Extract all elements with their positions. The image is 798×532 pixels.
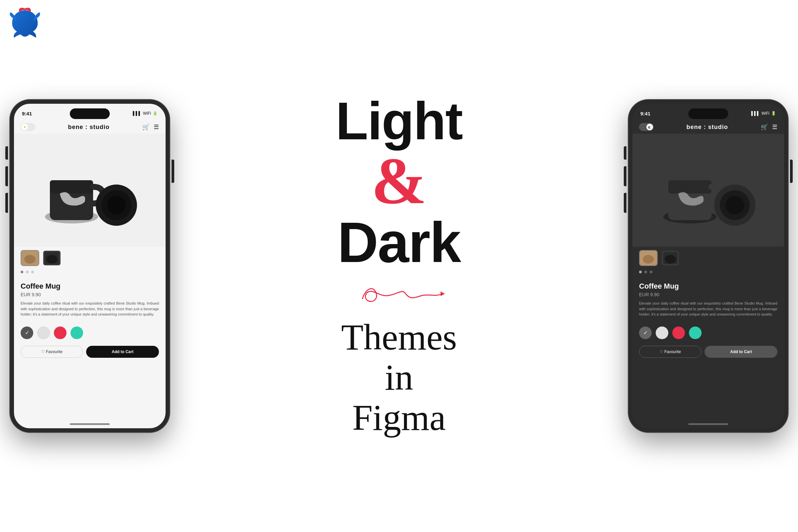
thumb-2-light[interactable] — [42, 250, 61, 266]
dark-title: Dark — [316, 214, 482, 271]
favourite-button-light[interactable]: ♡ Favourite — [21, 346, 83, 358]
status-icons-light: ▌▌▌ WiFi 🔋 — [133, 111, 158, 116]
svg-point-10 — [46, 255, 57, 264]
phone-light: 9:41 ▌▌▌ WiFi 🔋 bene : studio 🛒 ☰ — [10, 100, 170, 432]
dynamic-island-dark — [688, 108, 728, 119]
swatch-white-light[interactable] — [37, 326, 50, 339]
theme-toggle-dark[interactable] — [639, 123, 654, 131]
brand-name-light: bene : studio — [68, 124, 110, 131]
pagination-light — [14, 269, 166, 277]
light-title: Light — [316, 94, 482, 148]
swatch-red-light[interactable] — [54, 326, 66, 339]
thumbnails-light — [14, 247, 166, 269]
toggle-knob-light — [21, 124, 28, 130]
check-icon-light: ✓ — [25, 329, 29, 336]
product-image-dark — [632, 134, 784, 247]
dot-2-dark — [644, 271, 647, 273]
volume-up-btn — [5, 146, 8, 159]
svg-point-8 — [24, 255, 35, 264]
swatch-dark-dark[interactable]: ✓ — [639, 326, 652, 339]
thumb-1-light[interactable] — [21, 250, 39, 266]
svg-point-20 — [665, 255, 676, 264]
mug-visual-light — [21, 137, 159, 243]
battery-icon-light: 🔋 — [153, 111, 158, 116]
product-image-light — [14, 134, 166, 247]
battery-icon-dark: 🔋 — [771, 111, 776, 116]
color-swatches-dark: ✓ — [632, 323, 784, 343]
status-time-dark: 9:41 — [640, 111, 650, 116]
ampersand: & — [316, 148, 482, 214]
svg-rect-13 — [668, 180, 711, 193]
swirl-decoration — [316, 277, 482, 310]
silent-btn — [5, 193, 8, 213]
svg-marker-0 — [440, 291, 445, 296]
menu-icon-dark[interactable]: ☰ — [772, 124, 777, 131]
dot-2-light — [26, 271, 28, 273]
themes-title: ThemesinFigma — [316, 317, 482, 438]
action-buttons-dark: ♡ Favourite Add to Cart — [632, 343, 784, 363]
swatch-teal-light[interactable] — [71, 326, 83, 339]
toggle-knob-dark — [646, 124, 653, 130]
volume-down-btn-dark — [624, 166, 626, 186]
status-time-light: 9:41 — [22, 111, 32, 116]
nav-icons-light: 🛒 ☰ — [142, 124, 159, 131]
action-buttons-light: ♡ Favourite Add to Cart — [14, 343, 166, 363]
product-price-dark: EUR 9.90 — [639, 292, 777, 297]
phone-frame-light: 9:41 ▌▌▌ WiFi 🔋 bene : studio 🛒 ☰ — [10, 100, 170, 432]
dot-1-light — [21, 271, 23, 273]
swatch-dark-light[interactable]: ✓ — [21, 326, 33, 339]
svg-point-16 — [725, 196, 744, 214]
mug-visual-dark — [639, 137, 777, 243]
dynamic-island-light — [70, 108, 110, 119]
thumb-2-dark[interactable] — [661, 250, 680, 266]
home-indicator-dark — [688, 423, 728, 425]
brand-name-dark: bene : studio — [687, 124, 728, 131]
add-to-cart-button-dark[interactable]: Add to Cart — [705, 346, 777, 358]
brand-logo — [7, 7, 43, 43]
svg-rect-3 — [50, 180, 93, 193]
color-swatches-light: ✓ — [14, 323, 166, 343]
thumb-1-dark[interactable] — [639, 250, 658, 266]
swatch-white-dark[interactable] — [656, 326, 668, 339]
pagination-dark — [632, 269, 784, 277]
signal-icon-light: ▌▌▌ — [133, 111, 141, 116]
product-info-dark: Coffee Mug EUR 9.90 Elevate your daily c… — [632, 277, 784, 323]
dot-3-light — [31, 271, 34, 273]
favourite-button-dark[interactable]: ♡ Favourite — [639, 346, 701, 358]
phone-dark: 9:41 ▌▌▌ WiFi 🔋 bene : studio 🛒 ☰ — [628, 100, 788, 432]
product-price-light: EUR 9.90 — [21, 292, 159, 297]
center-headline: Light & Dark ThemesinFigma — [316, 94, 482, 438]
swatch-red-dark[interactable] — [672, 326, 685, 339]
power-btn — [172, 159, 174, 183]
dot-1-dark — [639, 271, 642, 273]
product-info-light: Coffee Mug EUR 9.90 Elevate your daily c… — [14, 277, 166, 323]
check-icon-dark: ✓ — [643, 329, 648, 336]
nav-bar-dark: bene : studio 🛒 ☰ — [632, 120, 784, 134]
add-to-cart-button-light[interactable]: Add to Cart — [86, 346, 159, 358]
signal-icon-dark: ▌▌▌ — [751, 111, 760, 116]
silent-btn-dark — [624, 193, 626, 213]
product-desc-light: Elevate your daily coffee ritual with ou… — [21, 301, 159, 317]
theme-toggle-light[interactable] — [21, 123, 35, 131]
thumbnails-dark — [632, 247, 784, 269]
wifi-icon-dark: WiFi — [761, 111, 770, 116]
product-desc-dark: Elevate your daily coffee ritual with ou… — [639, 301, 777, 317]
cart-icon-light[interactable]: 🛒 — [142, 124, 150, 131]
power-btn-dark — [790, 159, 793, 183]
volume-down-btn — [5, 166, 8, 186]
dot-3-dark — [650, 271, 652, 273]
status-icons-dark: ▌▌▌ WiFi 🔋 — [751, 111, 776, 116]
svg-point-18 — [643, 255, 654, 264]
cart-icon-dark[interactable]: 🛒 — [761, 124, 768, 131]
swatch-teal-dark[interactable] — [689, 326, 702, 339]
nav-bar-light: bene : studio 🛒 ☰ — [14, 120, 166, 134]
nav-icons-dark: 🛒 ☰ — [761, 124, 777, 131]
product-title-light: Coffee Mug — [21, 282, 159, 291]
svg-point-6 — [107, 196, 126, 214]
menu-icon-light[interactable]: ☰ — [154, 124, 159, 131]
phone-frame-dark: 9:41 ▌▌▌ WiFi 🔋 bene : studio 🛒 ☰ — [628, 100, 788, 432]
product-title-dark: Coffee Mug — [639, 282, 777, 291]
volume-up-btn-dark — [624, 146, 626, 159]
home-indicator-light — [70, 423, 110, 425]
wifi-icon-light: WiFi — [143, 111, 151, 116]
